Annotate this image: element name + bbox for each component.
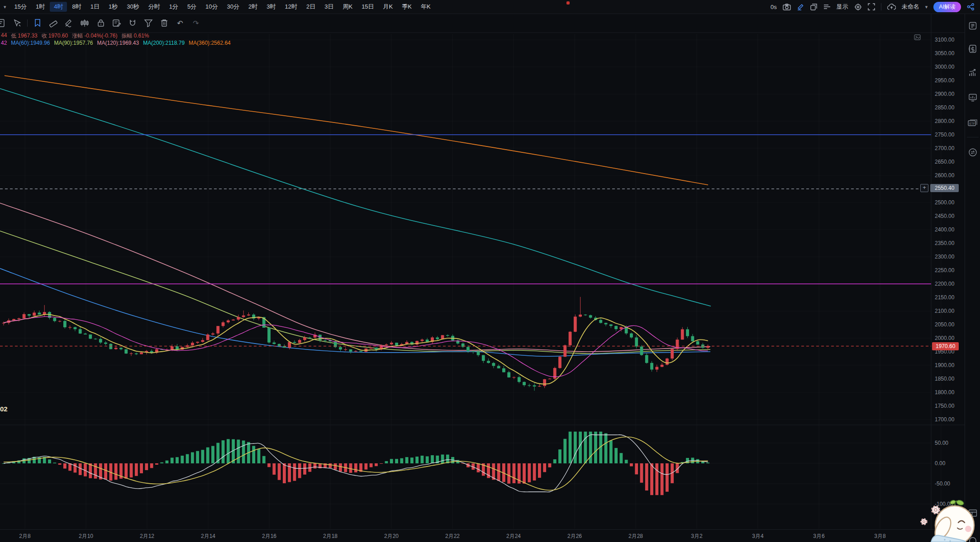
ma-item: MA(120):1969.43 — [97, 40, 139, 46]
price-axis-label: 2100.00 — [935, 308, 954, 314]
cloud-upload-icon[interactable] — [887, 4, 896, 10]
date-label: 2月18 — [323, 533, 338, 540]
timeframe-30秒[interactable]: 30秒 — [123, 2, 143, 12]
chevron-down-icon[interactable]: ▾ — [0, 4, 10, 10]
ohlc-item: 振幅0.61% — [122, 32, 149, 40]
add-alert-button[interactable]: + — [920, 184, 928, 192]
timeframe-15分[interactable]: 15分 — [10, 2, 31, 12]
layout-name[interactable]: 未命名 — [902, 3, 919, 11]
swap-circle-icon[interactable] — [968, 148, 977, 157]
notification-dot — [566, 1, 570, 5]
timeframe-2时[interactable]: 2时 — [244, 2, 262, 12]
camera-icon[interactable] — [783, 4, 791, 10]
timeframe-30分[interactable]: 30分 — [223, 2, 243, 12]
timeframe-1分[interactable]: 1分 — [165, 2, 182, 12]
timeframe-月K[interactable]: 月K — [379, 2, 397, 12]
price-axis-label: 2850.00 — [935, 104, 954, 111]
ma-fragment: 42 — [1, 40, 7, 46]
timeframe-5分[interactable]: 5分 — [183, 2, 200, 12]
timeframe-4时[interactable]: 4时 — [50, 2, 67, 12]
price-axis-label: 2350.00 — [935, 240, 954, 246]
timeframe-1日[interactable]: 1日 — [86, 2, 104, 12]
add-pane-icon[interactable] — [810, 3, 818, 10]
clipboard-edit-icon[interactable] — [111, 17, 123, 29]
redo-icon[interactable]: ↷ — [190, 17, 202, 29]
timeframe-bar: 15分1时4时8时1日1秒30秒分时1分5分10分30分2时3时12时2日3日周… — [10, 2, 435, 12]
timeframe-15日[interactable]: 15日 — [357, 2, 378, 12]
price-axis-label: 2750.00 — [935, 132, 954, 138]
timeframe-1时[interactable]: 1时 — [32, 2, 49, 12]
edit-pencil-icon[interactable] — [797, 3, 804, 10]
ohlc-item: 低1967.33 — [11, 32, 37, 40]
ma-item: MA(360):2562.64 — [189, 40, 231, 46]
date-label: 3月8 — [874, 533, 885, 540]
magnet-icon[interactable] — [127, 17, 138, 29]
drawing-toolbar: ↶ ↷ — [0, 14, 202, 32]
date-label: 2月24 — [506, 533, 521, 540]
list-icon[interactable] — [823, 4, 831, 10]
money-book-icon[interactable] — [968, 44, 977, 53]
divider — [881, 3, 881, 10]
price-axis-label: 2300.00 — [935, 254, 954, 260]
timeframe-3时[interactable]: 3时 — [262, 2, 280, 12]
price-axis-label: 2900.00 — [935, 91, 954, 97]
trash-icon[interactable] — [158, 17, 170, 29]
bookmark-icon[interactable] — [32, 17, 43, 29]
etf-icon[interactable]: ETF — [968, 119, 978, 127]
ai-analysis-button[interactable]: AI解读 — [933, 2, 961, 12]
chevron-down-icon[interactable]: ▾ — [925, 4, 928, 10]
price-axis-label: 3000.00 — [935, 64, 954, 70]
price-axis-label: 2150.00 — [935, 294, 954, 301]
divider — [967, 137, 979, 137]
timeframe-季K[interactable]: 季K — [398, 2, 416, 12]
price-axis-label: 2250.00 — [935, 267, 954, 273]
timeframe-年K[interactable]: 年K — [417, 2, 435, 12]
date-label: 2月26 — [567, 533, 582, 540]
alert-price-label: 2550.40 — [930, 184, 959, 192]
ma-legend: 42 MA(60):1949.96MA(90):1957.76MA(120):1… — [1, 40, 231, 46]
share-icon[interactable] — [967, 3, 975, 10]
undo-icon[interactable]: ↶ — [174, 17, 186, 29]
display-toggle[interactable]: 显示 — [837, 3, 848, 11]
timeframe-1秒[interactable]: 1秒 — [105, 2, 122, 12]
date-label: 2月14 — [201, 533, 215, 540]
mascot-assistant[interactable] — [913, 500, 980, 542]
date-label: 3月4 — [752, 533, 763, 540]
divider — [27, 19, 28, 27]
macd-axis-label: -50.00 — [935, 481, 950, 487]
timeframe-周K[interactable]: 周K — [338, 2, 357, 12]
freehand-icon[interactable] — [63, 17, 75, 29]
timeframe-2日[interactable]: 2日 — [302, 2, 319, 12]
filter-icon[interactable] — [143, 17, 154, 29]
pattern-icon[interactable] — [79, 17, 91, 29]
alert-price-tag[interactable]: + 2550.40 — [920, 184, 959, 192]
price-axis-label: 3100.00 — [935, 37, 954, 43]
macd-axis-label: 0.00 — [935, 460, 945, 467]
timeframe-3日[interactable]: 3日 — [320, 2, 338, 12]
ruler-icon[interactable] — [48, 17, 59, 29]
ohlc-item: 涨幅-0.04%(-0.76) — [72, 32, 117, 40]
timeframe-8时[interactable]: 8时 — [68, 2, 85, 12]
top-toolbar: ▾ 15分1时4时8时1日1秒30秒分时1分5分10分30分2时3时12时2日3… — [0, 0, 980, 14]
settings-gear-icon[interactable] — [854, 3, 862, 11]
price-axis-label: 2950.00 — [935, 77, 954, 84]
timeframe-10分[interactable]: 10分 — [201, 2, 222, 12]
fullscreen-icon[interactable] — [868, 3, 875, 10]
svg-text:ETF: ETF — [970, 122, 975, 125]
timeframe-12时[interactable]: 12时 — [281, 2, 301, 12]
monitor-chart-icon[interactable] — [968, 94, 977, 102]
trend-up-icon[interactable] — [968, 68, 977, 77]
snapshot-icon[interactable] — [914, 34, 921, 40]
price-chart-canvas[interactable] — [0, 0, 980, 542]
note-edit-icon[interactable] — [0, 17, 7, 29]
macd-axis-label: 50.00 — [935, 440, 948, 446]
price-axis-label: 2500.00 — [935, 199, 954, 206]
lock-icon[interactable] — [95, 17, 107, 29]
price-axis-label: 1750.00 — [935, 403, 954, 409]
news-icon[interactable] — [969, 22, 977, 30]
date-label: 2月16 — [262, 533, 276, 540]
cursor-tool-icon[interactable] — [11, 17, 23, 29]
ma-item: MA(90):1957.76 — [54, 40, 93, 46]
date-label: 3月6 — [813, 533, 824, 540]
timeframe-分时[interactable]: 分时 — [144, 2, 164, 12]
